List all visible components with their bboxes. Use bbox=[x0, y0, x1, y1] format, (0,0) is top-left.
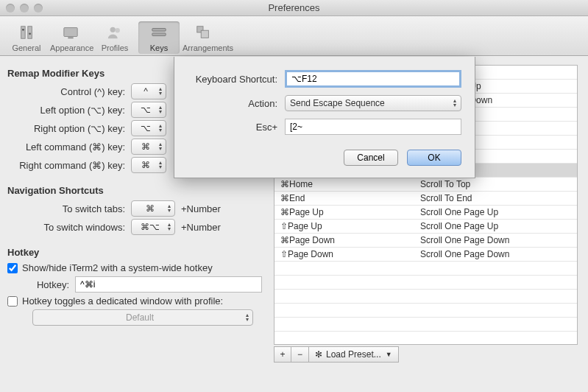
key-combo-cell: ⌘End bbox=[274, 193, 417, 203]
keyboard-shortcut-input[interactable] bbox=[285, 70, 461, 88]
tab-arrangements[interactable]: Arrangements bbox=[183, 21, 224, 54]
switch-tabs-suffix: +Number bbox=[181, 203, 221, 214]
key-combo-cell: ⌘Page Down bbox=[274, 235, 417, 245]
action-cell: Scroll To Top bbox=[417, 179, 577, 189]
key-combo-cell: ⌘Home bbox=[274, 179, 417, 189]
action-label: Action: bbox=[188, 98, 285, 109]
tab-label: Arrangements bbox=[183, 43, 224, 52]
left-command-key-select[interactable]: ⌘▴▾ bbox=[131, 139, 166, 155]
svg-point-6 bbox=[110, 27, 116, 32]
control-key-label: Control (^) key: bbox=[7, 86, 131, 97]
switch-tabs-label: To switch tabs: bbox=[7, 203, 131, 214]
svg-point-7 bbox=[115, 28, 119, 32]
nav-title: Navigation Shortcuts bbox=[7, 185, 266, 196]
switch-windows-label: To switch windows: bbox=[7, 222, 131, 233]
keyboard-shortcut-label: Keyboard Shortcut: bbox=[188, 74, 285, 85]
tab-label: Appearance bbox=[50, 43, 91, 52]
table-row[interactable]: ⌘Page UpScroll One Page Up bbox=[274, 206, 577, 220]
hotkey-title: Hotkey bbox=[7, 247, 266, 258]
esc-label: Esc+ bbox=[188, 122, 285, 133]
show-hide-hotkey-checkbox[interactable] bbox=[7, 263, 18, 273]
tab-appearance[interactable]: Appearance bbox=[50, 21, 91, 54]
cancel-button[interactable]: Cancel bbox=[344, 150, 398, 166]
tab-profiles[interactable]: Profiles bbox=[94, 21, 135, 54]
table-row[interactable] bbox=[274, 262, 577, 276]
hotkey-field-input[interactable] bbox=[75, 276, 262, 293]
right-command-key-select[interactable]: ⌘▴▾ bbox=[131, 157, 166, 173]
key-table-footer: + − ✻ Load Preset... ▼ bbox=[274, 346, 578, 363]
load-preset-button[interactable]: ✻ Load Preset... ▼ bbox=[309, 346, 399, 363]
key-combo-cell: ⇧Page Down bbox=[274, 249, 417, 259]
general-icon bbox=[15, 23, 38, 42]
left-option-key-label: Left option (⌥) key: bbox=[7, 105, 131, 116]
switch-windows-select[interactable]: ⌘⌥▴▾ bbox=[131, 219, 175, 235]
svg-rect-11 bbox=[201, 30, 208, 38]
show-hide-hotkey-label: Show/hide iTerm2 with a system-wide hotk… bbox=[22, 262, 213, 273]
svg-point-2 bbox=[22, 29, 24, 31]
svg-rect-4 bbox=[64, 28, 77, 37]
table-row[interactable]: ⌘Page DownScroll One Page Down bbox=[274, 234, 577, 248]
right-command-key-label: Right command (⌘) key: bbox=[7, 160, 131, 171]
ok-button[interactable]: OK bbox=[407, 150, 461, 166]
key-combo-cell: ⇧Page Up bbox=[274, 221, 417, 231]
table-row[interactable] bbox=[274, 276, 577, 290]
table-row[interactable]: ⇧Page DownScroll One Page Down bbox=[274, 248, 577, 262]
right-option-key-select[interactable]: ⌥▴▾ bbox=[131, 120, 166, 136]
chevron-down-icon: ▼ bbox=[386, 351, 392, 358]
table-row[interactable] bbox=[274, 290, 577, 304]
edit-mapping-sheet: Keyboard Shortcut: Action: Send Escape S… bbox=[174, 57, 475, 178]
profiles-icon bbox=[103, 23, 127, 42]
keys-icon bbox=[147, 23, 171, 42]
svg-point-3 bbox=[29, 32, 31, 35]
action-cell: Scroll One Page Down bbox=[417, 235, 577, 245]
appearance-icon bbox=[59, 23, 82, 42]
tab-label: Keys bbox=[138, 43, 180, 52]
add-mapping-button[interactable]: + bbox=[274, 346, 291, 363]
action-select-value: Send Escape Sequence bbox=[290, 98, 385, 108]
gear-icon: ✻ bbox=[315, 349, 322, 360]
table-row[interactable]: ⇧Page UpScroll One Page Up bbox=[274, 220, 577, 234]
table-row[interactable] bbox=[274, 318, 577, 332]
key-combo-cell: ⌘Page Up bbox=[274, 207, 417, 217]
remove-mapping-button[interactable]: − bbox=[291, 346, 309, 363]
table-row[interactable] bbox=[274, 332, 577, 345]
tab-label: Profiles bbox=[94, 43, 135, 52]
preferences-toolbar: General Appearance Profiles Keys Arrange… bbox=[0, 16, 588, 56]
tab-label: General bbox=[6, 43, 47, 52]
svg-rect-9 bbox=[152, 33, 166, 36]
hotkey-toggle-label: Hotkey toggles a dedicated window with p… bbox=[22, 295, 223, 307]
hotkey-profile-select[interactable]: Default▴▾ bbox=[32, 309, 253, 326]
tab-keys[interactable]: Keys bbox=[138, 21, 180, 54]
switch-windows-suffix: +Number bbox=[181, 222, 221, 233]
action-cell: Scroll One Page Up bbox=[417, 221, 577, 231]
table-row[interactable]: ⌘HomeScroll To Top bbox=[274, 178, 577, 192]
action-cell: Scroll One Page Down bbox=[417, 249, 577, 259]
window-titlebar: Preferences bbox=[0, 0, 588, 16]
hotkey-field-label: Hotkey: bbox=[0, 279, 75, 290]
hotkey-toggle-checkbox[interactable] bbox=[7, 296, 18, 307]
load-preset-label: Load Preset... bbox=[326, 349, 381, 360]
svg-rect-1 bbox=[28, 27, 32, 39]
tab-general[interactable]: General bbox=[6, 21, 47, 54]
action-cell: Scroll To End bbox=[417, 193, 577, 203]
action-cell: Scroll One Page Up bbox=[417, 207, 577, 217]
window-title: Preferences bbox=[0, 2, 588, 13]
svg-rect-8 bbox=[152, 29, 166, 32]
esc-sequence-input[interactable] bbox=[285, 119, 461, 135]
svg-rect-0 bbox=[21, 27, 26, 39]
switch-tabs-select[interactable]: ⌘▴▾ bbox=[131, 200, 175, 217]
svg-rect-5 bbox=[68, 37, 73, 38]
control-key-select[interactable]: ^▴▾ bbox=[131, 83, 166, 99]
table-row[interactable]: ⌘EndScroll To End bbox=[274, 192, 577, 206]
left-command-key-label: Left command (⌘) key: bbox=[7, 141, 131, 153]
table-row[interactable] bbox=[274, 304, 577, 318]
arrangements-icon bbox=[191, 23, 215, 42]
left-option-key-select[interactable]: ⌥▴▾ bbox=[131, 102, 166, 118]
action-select[interactable]: Send Escape Sequence ▴▾ bbox=[285, 95, 461, 111]
right-option-key-label: Right option (⌥) key: bbox=[7, 123, 131, 134]
